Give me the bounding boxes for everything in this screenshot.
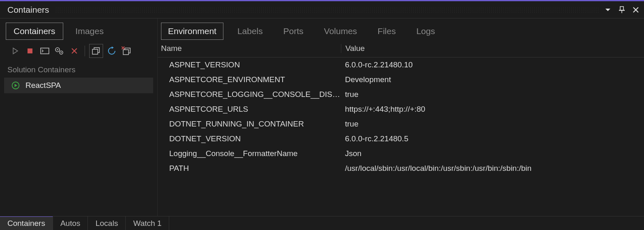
env-var-value: Development bbox=[341, 75, 644, 84]
sidebar-section-label: Solution Containers bbox=[0, 61, 157, 77]
bottom-tab-containers[interactable]: Containers bbox=[0, 216, 53, 230]
left-pane: Containers Images bbox=[0, 18, 158, 216]
env-var-name: ASPNETCORE_URLS bbox=[169, 105, 341, 114]
panel-header: Containers bbox=[0, 1, 644, 18]
env-var-value: 6.0.0-rc.2.21480.5 bbox=[341, 134, 644, 143]
toolbar-separator bbox=[85, 46, 85, 56]
env-var-name: DOTNET_RUNNING_IN_CONTAINER bbox=[169, 120, 341, 129]
env-header-name[interactable]: Name bbox=[161, 44, 341, 53]
pin-icon[interactable] bbox=[617, 5, 627, 15]
container-item-label: ReactSPA bbox=[25, 81, 61, 90]
container-item-reactspa[interactable]: ReactSPA bbox=[4, 78, 153, 93]
refresh-icon[interactable] bbox=[106, 45, 118, 57]
table-row[interactable]: ASPNETCORE_ENVIRONMENTDevelopment bbox=[158, 72, 644, 87]
env-var-value: 6.0.0-rc.2.21480.10 bbox=[341, 60, 644, 69]
env-var-name: PATH bbox=[169, 164, 341, 173]
table-row[interactable]: DOTNET_RUNNING_IN_CONTAINERtrue bbox=[158, 117, 644, 131]
env-table-header: Name Value bbox=[158, 40, 644, 58]
table-row[interactable]: Logging__Console__FormatterNameJson bbox=[158, 146, 644, 161]
env-var-name: ASPNET_VERSION bbox=[169, 60, 341, 69]
tab-files[interactable]: Files bbox=[371, 23, 402, 39]
bottom-tab-watch1[interactable]: Watch 1 bbox=[126, 216, 169, 230]
window-icon[interactable] bbox=[89, 44, 103, 58]
svg-rect-6 bbox=[41, 48, 49, 54]
env-var-value: Json bbox=[341, 149, 644, 158]
env-var-name: ASPNETCORE_LOGGING__CONSOLE__DISA... bbox=[169, 90, 341, 99]
svg-rect-5 bbox=[28, 48, 32, 53]
svg-rect-16 bbox=[123, 50, 129, 55]
left-tab-images[interactable]: Images bbox=[68, 23, 111, 39]
tab-environment[interactable]: Environment bbox=[161, 23, 223, 40]
bottom-tab-strip: Containers Autos Locals Watch 1 bbox=[0, 216, 644, 230]
svg-rect-14 bbox=[92, 49, 98, 54]
table-row[interactable]: DOTNET_VERSION6.0.0-rc.2.21480.5 bbox=[158, 131, 644, 146]
svg-point-10 bbox=[61, 52, 62, 53]
table-row[interactable]: PATH/usr/local/sbin:/usr/local/bin:/usr/… bbox=[158, 161, 644, 176]
terminal-icon[interactable] bbox=[39, 45, 51, 57]
dropdown-arrow-icon[interactable] bbox=[603, 5, 613, 15]
svg-point-8 bbox=[57, 49, 58, 50]
table-row[interactable]: ASPNETCORE_LOGGING__CONSOLE__DISA...true bbox=[158, 87, 644, 102]
play-icon[interactable] bbox=[9, 45, 21, 57]
left-tab-containers[interactable]: Containers bbox=[6, 23, 63, 40]
env-header-value[interactable]: Value bbox=[341, 44, 644, 53]
bottom-tab-autos[interactable]: Autos bbox=[53, 216, 88, 230]
tab-volumes[interactable]: Volumes bbox=[317, 23, 364, 39]
gear-icon[interactable] bbox=[53, 45, 66, 57]
tab-labels[interactable]: Labels bbox=[231, 23, 269, 39]
panel-title: Containers bbox=[7, 5, 49, 15]
bottom-tab-locals[interactable]: Locals bbox=[88, 216, 126, 230]
env-var-value: true bbox=[341, 120, 644, 129]
env-var-name: DOTNET_VERSION bbox=[169, 134, 341, 143]
env-var-value: true bbox=[341, 90, 644, 99]
env-var-name: Logging__Console__FormatterName bbox=[169, 149, 341, 158]
running-icon bbox=[12, 81, 20, 90]
svg-rect-1 bbox=[619, 10, 625, 11]
right-pane: Environment Labels Ports Volumes Files L… bbox=[158, 18, 644, 216]
tab-logs[interactable]: Logs bbox=[410, 23, 442, 39]
env-var-value: /usr/local/sbin:/usr/local/bin:/usr/sbin… bbox=[341, 164, 644, 173]
svg-rect-0 bbox=[620, 7, 623, 10]
env-var-value: https://+:443;http://+:80 bbox=[341, 105, 644, 114]
container-toolbar bbox=[0, 40, 157, 61]
close-icon[interactable] bbox=[631, 5, 641, 15]
remove-container-icon[interactable] bbox=[120, 45, 133, 57]
tab-ports[interactable]: Ports bbox=[277, 23, 310, 39]
stop-icon[interactable] bbox=[24, 45, 36, 57]
table-row[interactable]: ASPNETCORE_URLShttps://+:443;http://+:80 bbox=[158, 102, 644, 117]
env-var-name: ASPNETCORE_ENVIRONMENT bbox=[169, 75, 341, 84]
panel-grip[interactable] bbox=[55, 7, 600, 13]
table-row[interactable]: ASPNET_VERSION6.0.0-rc.2.21480.10 bbox=[158, 58, 644, 72]
delete-icon[interactable] bbox=[68, 45, 80, 57]
env-table-body: ASPNET_VERSION6.0.0-rc.2.21480.10ASPNETC… bbox=[158, 58, 644, 216]
